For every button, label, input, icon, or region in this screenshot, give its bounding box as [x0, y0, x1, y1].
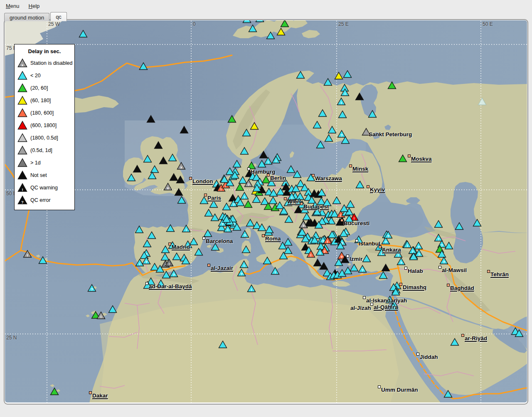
city-label: Warszawa: [315, 175, 342, 182]
legend-triangle-icon: [17, 145, 28, 155]
svg-text:x: x: [21, 63, 24, 67]
legend-item: xStation is disabled: [15, 57, 74, 69]
legend-rows: xStation is disabled< 20(20, 60](60, 180…: [15, 57, 74, 206]
city-square: [447, 284, 450, 287]
legend-item-label: (1800, 0.5d]: [28, 135, 58, 141]
grid-label-longitude: 0: [193, 21, 196, 27]
city-square: [267, 174, 270, 177]
legend-item: (1800, 0.5d]: [15, 132, 74, 144]
city-square: [399, 283, 402, 286]
city-label: Minsk: [352, 166, 368, 172]
city-label: Madrid: [172, 244, 190, 250]
legend-item-label: QC error: [28, 197, 51, 203]
city-square: [363, 296, 366, 299]
city-square: [349, 164, 352, 167]
city-label: ad-Dar-al-Baydâ: [149, 283, 192, 289]
legend-item-label: Not set: [28, 172, 47, 178]
city-label: Dakar: [92, 392, 108, 399]
legend-item: Not set: [15, 169, 74, 182]
legend-triangle-icon: x: [17, 58, 28, 68]
city-square: [168, 243, 171, 245]
grid-label-latitude: 25 N: [6, 335, 17, 341]
legend-triangle-icon: [17, 108, 28, 118]
city-label: al-Mawsil: [442, 267, 467, 273]
legend-item-label: > 1d: [28, 160, 41, 166]
legend-item-label: (20, 60]: [28, 85, 48, 91]
city-label: Istanbul: [359, 240, 380, 247]
legend-triangle-icon: [17, 71, 28, 81]
grid-label-longitude: 25 W: [48, 21, 60, 27]
delay-legend: Delay in sec. xStation is disabled< 20(2…: [14, 44, 75, 210]
city-label: Dimashq: [403, 284, 426, 290]
city-square: [202, 237, 205, 240]
legend-item-label: QC warning: [28, 185, 58, 191]
city-label: Moskva: [411, 156, 432, 162]
city-label: Izmir: [350, 256, 363, 262]
menu-item-menu[interactable]: Menu: [2, 1, 24, 11]
city-label: Hamburg: [251, 169, 275, 175]
city-square: [312, 174, 315, 177]
city-label: ar-Riyâd: [465, 335, 487, 341]
city-square: [438, 266, 441, 269]
legend-item-label: (0.5d, 1d]: [28, 147, 52, 153]
legend-item: < 20: [15, 69, 74, 82]
svg-text:?: ?: [21, 200, 24, 204]
city-label: London: [192, 178, 213, 184]
grid-label-longitude: 50 E: [483, 21, 493, 27]
city-square: [89, 391, 92, 394]
city-label: Ankara: [382, 247, 401, 253]
city-label: Bucuresti: [344, 220, 369, 226]
city-label: Barcelona: [206, 238, 233, 244]
city-square: [370, 303, 373, 306]
city-label: Roma: [265, 235, 281, 242]
city-square: [416, 353, 419, 356]
city-square: [207, 264, 210, 267]
city-label: Wien: [287, 199, 300, 205]
tab-bar: ground motionqc: [4, 12, 68, 21]
legend-item-label: < 20: [28, 73, 41, 78]
city-label: Sankt Peterburg: [369, 131, 412, 137]
city-label: Umm Durmân: [381, 387, 418, 393]
city-square: [355, 239, 358, 242]
city-label: Paris: [207, 195, 221, 201]
tab-ground-motion[interactable]: ground motion: [4, 13, 49, 21]
city-square: [487, 270, 490, 273]
menu-bar: MenuHelp: [0, 0, 532, 12]
legend-triangle-icon: [17, 83, 28, 93]
map-frame: !!?xx?!!??!!!!??!!!?!?????!?!?!!???!???!…: [4, 19, 528, 405]
legend-item: ?QC error: [15, 194, 74, 206]
city-label: al-Jîzah: [350, 305, 371, 311]
city-label: Baghdâd: [450, 285, 474, 291]
legend-triangle-icon: !: [17, 183, 28, 193]
legend-title: Delay in sec.: [15, 47, 74, 57]
city-square: [378, 385, 381, 388]
city-square: [247, 167, 250, 170]
legend-triangle-icon: ?: [17, 195, 28, 205]
city-label: al-Qâhira: [374, 304, 398, 310]
city-label: Budapest: [303, 204, 329, 210]
city-square: [346, 255, 349, 258]
city-square: [367, 185, 369, 188]
grid-labels-layer: 25 W025 E50 E75 N50 N25 N: [5, 20, 527, 402]
grid-label-longitude: 25 E: [338, 21, 349, 27]
legend-item-label: Station is disabled: [28, 60, 72, 66]
legend-item: !QC warning: [15, 182, 74, 194]
menu-item-help[interactable]: Help: [25, 1, 44, 11]
city-square: [262, 234, 265, 237]
svg-text:!: !: [22, 187, 23, 192]
station-map[interactable]: !!?xx?!!??!!!!??!!!?!?????!?!?!!???!???!…: [5, 20, 527, 402]
city-square: [404, 267, 407, 270]
city-square: [461, 334, 464, 337]
legend-item-label: (60, 180]: [28, 98, 51, 103]
legend-item: (20, 60]: [15, 82, 74, 94]
legend-item: (600, 1800]: [15, 119, 74, 132]
city-label: Kyyiv: [370, 186, 385, 193]
legend-triangle-icon: [17, 120, 28, 130]
legend-item-label: (180, 600]: [28, 110, 54, 116]
tab-qc[interactable]: qc: [50, 12, 67, 21]
city-square: [340, 219, 343, 222]
city-label: al-Jazair: [211, 265, 233, 271]
city-square: [204, 194, 207, 196]
city-square: [284, 197, 287, 200]
city-square: [145, 282, 148, 285]
